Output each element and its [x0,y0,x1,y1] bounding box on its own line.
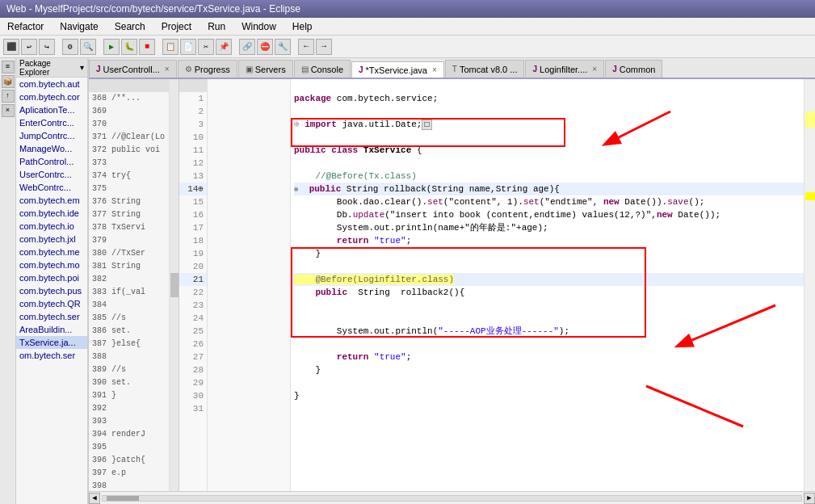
toolbar-btn-8[interactable]: ✂ [198,39,214,55]
line-num-14: 14⊕ [179,183,207,195]
toolbar-btn-7[interactable]: 📄 [180,39,196,55]
tab-servers[interactable]: ▣ Servers [238,60,293,78]
tab-tomcat[interactable]: T Tomcat v8.0 ... [445,60,525,78]
tab-console[interactable]: ▤ Console [294,60,351,78]
main-area: ≡ 📦 ↑ × Package Explorer ▾ com.bytech.au… [0,58,815,504]
menu-window[interactable]: Window [237,19,280,34]
toolbar-btn-11[interactable]: ⛔ [257,39,273,55]
line-num-2: 2 [179,105,207,118]
toolbar-btn-1[interactable]: ⬛ [3,39,19,55]
sidebar-icon-2[interactable]: 📦 [2,75,15,88]
sidebar-item-auth[interactable]: com.bytech.aut [16,78,87,90]
code-line-25: System.out.println("-----AOP业务处理------")… [294,325,804,338]
tab-txservice[interactable]: J *TxService.java × [351,61,444,79]
line-num-22: 22 [179,286,207,299]
sidebar-icon-4[interactable]: × [2,104,15,117]
toolbar-btn-12[interactable]: 🔧 [275,39,291,55]
code-line-29 [294,376,804,389]
code-line-15: Book.dao.clear().set("content", 1).set("… [294,195,804,208]
tab-common[interactable]: J Common [605,60,662,78]
tab-close-loginfilter[interactable]: × [592,65,597,74]
sidebar-item-ide[interactable]: com.bytech.ide [16,207,87,220]
sidebar-item-poi[interactable]: com.bytech.poi [16,271,87,284]
line-num-12: 12 [179,157,207,170]
code-line-24 [294,312,804,325]
sidebar-item-appte[interactable]: AplicationTe... [16,103,87,116]
sidebar: Package Explorer ▾ com.bytech.aut com.by… [16,58,88,504]
sidebar-item-ser[interactable]: com.bytech.ser [16,310,87,323]
title-bar: Web - MyselfProject/src/com/bytech/servi… [0,0,815,18]
code-line-22: public String rollback2(){ [294,286,804,299]
scroll-left-btn[interactable]: ◀ [89,493,100,504]
toolbar-debug[interactable]: 🐛 [121,39,137,55]
sidebar-item-manage[interactable]: ManageWo... [16,142,87,155]
sidebar-item-path[interactable]: PathControl... [16,155,87,168]
line-num-13: 13 [179,170,207,183]
code-line-11: public class TxService { [294,144,804,157]
scroll-right-btn[interactable]: ▶ [804,493,815,504]
code-line-16: Db.update("insert into book (content,end… [294,208,804,221]
line-num-16: 16 [179,208,207,221]
tab-icon-tomcat: T [452,65,457,74]
h-scroll-track[interactable] [102,495,802,502]
h-scrollbar: ◀ ▶ [89,491,815,504]
tab-loginfilter[interactable]: J Loginfilter.... × [525,60,604,78]
toolbar-btn-13[interactable]: ← [298,39,314,55]
toolbar-stop[interactable]: ■ [139,39,155,55]
menu-bar: Refactor Navigate Search Project Run Win… [0,18,815,36]
sidebar-item-em[interactable]: com.bytech.em [16,194,87,207]
sidebar-item-qr[interactable]: com.bytech.QR [16,297,87,310]
line-num-29: 29 [179,376,207,389]
menu-refactor[interactable]: Refactor [3,19,48,34]
tab-label-txservice: *TxService.java [366,65,427,75]
tab-label-servers: Servers [255,65,286,74]
sidebar-item-txservice[interactable]: TxService.ja... [16,336,87,349]
sidebar-item-jump[interactable]: JumpContrc... [16,129,87,142]
line-num-18: 18 [179,234,207,247]
toolbar-btn-3[interactable]: ↪ [39,39,55,55]
toolbar-btn-6[interactable]: 📋 [162,39,179,55]
title-text: Web - MyselfProject/src/com/bytech/servi… [6,3,300,15]
sidebar-icon-3[interactable]: ↑ [2,90,15,103]
sidebar-item-area[interactable]: AreaBuildin... [16,323,87,336]
tab-icon-common: J [612,65,617,74]
toolbar-run[interactable]: ▶ [103,39,120,55]
code-line-3: ⊕ import java.util.Date;□ [294,118,804,131]
code-content[interactable]: package com.bytech.service; ⊕ import jav… [291,79,804,491]
sidebar-item-pus[interactable]: com.bytech.pus [16,284,87,297]
minimap [804,79,815,491]
tabs-bar: J UserControll... × ⚙ Progress ▣ Servers… [89,58,815,79]
left-panel: ≡ 📦 ↑ × Package Explorer ▾ com.bytech.au… [0,58,89,504]
sidebar-item-omser[interactable]: om.bytech.ser [16,349,87,362]
line-num-23: 23 [179,299,207,312]
h-scroll-thumb[interactable] [107,496,139,501]
menu-run[interactable]: Run [204,19,229,34]
tab-close-usercontroll[interactable]: × [165,65,170,74]
line-num-15: 15 [179,195,207,208]
menu-search[interactable]: Search [111,19,149,34]
minimap-marker-1 [805,111,815,128]
sidebar-item-me[interactable]: com.bytech.me [16,246,87,258]
tab-close-txservice[interactable]: × [432,65,437,74]
sidebar-item-io[interactable]: com.bytech.io [16,220,87,233]
menu-help[interactable]: Help [288,19,317,34]
toolbar-btn-9[interactable]: 📌 [216,39,232,55]
sidebar-item-enter[interactable]: EnterContrc... [16,116,87,129]
sidebar-item-web[interactable]: WebContrc... [16,181,87,194]
toolbar-btn-10[interactable]: 🔗 [239,39,255,55]
sidebar-item-cor[interactable]: com.bytech.cor [16,90,87,103]
toolbar-btn-14[interactable]: → [316,39,332,55]
menu-project[interactable]: Project [158,19,195,34]
toolbar-btn-2[interactable]: ↩ [21,39,37,55]
sidebar-title: Package Explorer [19,59,80,77]
sidebar-item-jxl[interactable]: com.bytech.jxl [16,233,87,246]
sidebar-collapse-icon[interactable]: ≡ [2,61,15,74]
toolbar-btn-5[interactable]: 🔍 [80,39,96,55]
tab-progress[interactable]: ⚙ Progress [178,60,237,78]
toolbar-btn-4[interactable]: ⚙ [62,39,78,55]
sidebar-menu-icon[interactable]: ▾ [80,63,84,72]
sidebar-item-user[interactable]: UserContrc... [16,168,87,181]
tab-usercontroll[interactable]: J UserControll... × [89,60,177,78]
menu-navigate[interactable]: Navigate [56,19,102,34]
sidebar-item-mo[interactable]: com.bytech.mo [16,258,87,271]
